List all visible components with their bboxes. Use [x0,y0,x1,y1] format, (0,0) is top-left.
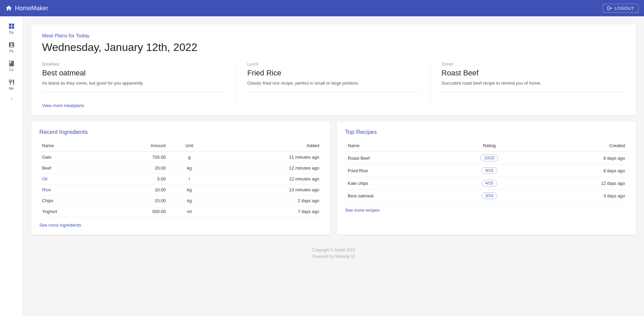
sidebar-item-cookbook-label: Co [9,68,14,72]
lunch-description: Classic fried rice recipe, perfect in sm… [247,80,420,92]
footer: Copyright © Sadat 2022 Powered by Materi… [31,242,636,263]
breakfast-type: Breakfast [42,62,225,67]
recipes-table: Name Rating Created Roast Beef 10/10 8 d… [345,141,628,202]
breakfast-description: As bland as they come, but good for you … [42,80,225,92]
recipes-col-rating-header: Rating [450,141,528,152]
ingredient-unit: kg [169,185,210,195]
footer-copyright: Copyright © Sadat 2022 [31,247,636,253]
dinner-description: Succulent roast beef recipe to remind yo… [441,80,625,92]
ingredient-amount: 700.00 [104,152,169,163]
table-row: Oil 5.00 l 12 minutes ago [39,174,322,185]
ingredient-name[interactable]: Oil [39,174,104,185]
meals-grid: Breakfast Best oatmeal As bland as they … [42,62,625,102]
ingredient-added: 7 days ago [210,206,322,217]
col-added-header: Added [210,141,322,152]
ingredient-name: Beef [39,163,104,174]
sidebar-item-dashboard[interactable]: Da [0,19,23,38]
ingredient-name[interactable]: Rice [39,185,104,195]
view-more-mealplans-link[interactable]: View more mealplans [42,103,84,108]
bottom-row: Recent Ingredients Name Amount Unit Adde… [31,122,636,235]
table-row: Rice 10.00 kg 13 minutes ago [39,185,322,195]
sidebar-item-dashboard-label: Da [9,31,14,34]
recipe-name: Kale chips [345,177,450,190]
meal-plan-date: Wednesday, January 12th, 2022 [42,41,625,54]
ingredient-unit: l [169,174,210,185]
lunch-type: Lunch [247,62,420,67]
top-recipes-card: Top Recipes Name Rating Created Roast Be… [337,122,636,235]
breakfast-name: Best oatmeal [42,69,225,77]
footer-powered-by: Powered by Material UI [31,253,636,260]
ingredients-table: Name Amount Unit Added Oats 700.00 g 11 … [39,141,322,217]
dinner-type: Dinner [441,62,625,67]
ingredient-added: 12 minutes ago [210,163,322,174]
col-unit-header: Unit [169,141,210,152]
pantry-icon [8,41,15,49]
breakfast-cell: Breakfast Best oatmeal As bland as they … [42,62,236,102]
main-content: Meal Plans for Today Wednesday, January … [23,16,644,316]
recipe-created: 8 days ago [528,164,628,177]
see-more-recipes-link[interactable]: See more recipes [345,208,380,213]
ingredient-amount: 500.00 [104,206,169,217]
brand: HomeMaker [5,5,48,12]
recipe-name: Best oatmeal [345,190,450,202]
top-nav: HomeMaker LOGOUT [0,0,644,16]
recipe-name: Roast Beef [345,152,450,164]
table-row: Oats 700.00 g 11 minutes ago [39,152,322,163]
table-row: Roast Beef 10/10 8 days ago [345,152,628,164]
lunch-cell: Lunch Fried Rice Classic fried rice reci… [236,62,431,102]
brand-title: HomeMaker [15,5,48,12]
ingredient-unit: g [169,152,210,163]
meal-plan-card: Meal Plans for Today Wednesday, January … [31,24,636,115]
ingredient-name: Yoghurt [39,206,104,217]
recipes-card-title: Top Recipes [345,129,628,136]
ingredient-name: Chips [39,195,104,206]
ingredient-name: Oats [39,152,104,163]
meal-plan-section-title: Meal Plans for Today [42,33,625,38]
table-row: Best oatmeal 3/10 3 days ago [345,190,628,202]
ingredient-added: 11 minutes ago [210,152,322,163]
table-row: Beef 20.00 kg 12 minutes ago [39,163,322,174]
table-row: Chips 15.00 kg 2 days ago [39,195,322,206]
dashboard-icon [8,22,15,30]
sidebar-expand-button[interactable] [0,94,23,104]
home-icon [5,5,12,12]
recent-ingredients-card: Recent Ingredients Name Amount Unit Adde… [31,122,330,235]
table-row: Yoghurt 500.00 ml 7 days ago [39,206,322,217]
dinner-name: Roast Beef [441,69,625,77]
sidebar-item-mealplan-label: Me [9,87,14,90]
logout-button[interactable]: LOGOUT [603,4,639,13]
ingredient-unit: kg [169,163,210,174]
see-more-ingredients-link[interactable]: See more ingredients [39,223,81,228]
recipe-rating: 4/10 [450,177,528,190]
table-row: Fried Rice 9/10 8 days ago [345,164,628,177]
ingredient-unit: ml [169,206,210,217]
lunch-name: Fried Rice [247,69,420,77]
recipe-created: 8 days ago [528,152,628,164]
ingredient-amount: 15.00 [104,195,169,206]
ingredient-amount: 10.00 [104,185,169,195]
recipe-rating: 3/10 [450,190,528,202]
cookbook-icon [8,60,15,67]
sidebar-item-cookbook[interactable]: Co [0,56,23,75]
recipe-rating: 9/10 [450,164,528,177]
ingredient-added: 12 minutes ago [210,174,322,185]
dinner-cell: Dinner Roast Beef Succulent roast beef r… [431,62,625,102]
sidebar-item-pantry[interactable]: Pa [0,38,23,56]
recipe-created: 12 days ago [528,177,628,190]
ingredient-amount: 20.00 [104,163,169,174]
sidebar-item-pantry-label: Pa [9,49,13,53]
ingredients-card-title: Recent Ingredients [39,129,322,136]
recipe-created: 3 days ago [528,190,628,202]
recipes-col-name-header: Name [345,141,450,152]
ingredient-added: 13 minutes ago [210,185,322,195]
logout-label: LOGOUT [614,6,634,11]
table-row: Kale chips 4/10 12 days ago [345,177,628,190]
sidebar: Da Pa Co Me [0,16,23,316]
ingredient-amount: 5.00 [104,174,169,185]
sidebar-item-mealplan[interactable]: Me [0,75,23,94]
ingredient-added: 2 days ago [210,195,322,206]
ingredient-unit: kg [169,195,210,206]
recipe-rating: 10/10 [450,152,528,164]
col-name-header: Name [39,141,104,152]
mealplan-icon [8,78,15,86]
